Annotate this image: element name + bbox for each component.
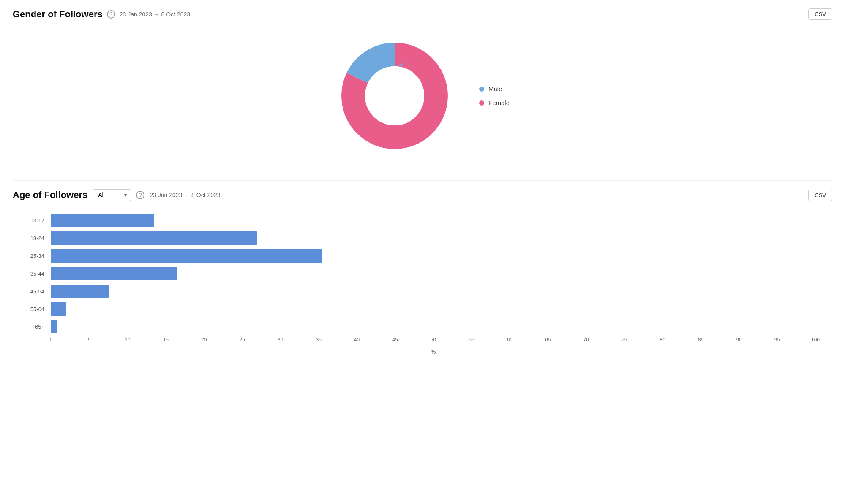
bar-row: 18-24 xyxy=(21,231,815,245)
x-tick: 100 xyxy=(811,337,820,343)
gender-csv-button[interactable]: CSV xyxy=(808,8,832,20)
bar-chart: 13-1718-2425-3435-4445-5455-6465+ xyxy=(21,214,815,333)
x-tick: 0 xyxy=(50,337,53,343)
bar-label: 45-54 xyxy=(21,288,44,295)
bar-track xyxy=(51,249,815,263)
x-tick: 75 xyxy=(621,337,627,343)
x-tick: 70 xyxy=(583,337,589,343)
donut-chart xyxy=(335,37,454,155)
bar-fill xyxy=(51,320,57,333)
bar-track xyxy=(51,214,815,227)
bar-label: 13-17 xyxy=(21,217,44,224)
bar-fill xyxy=(51,214,154,227)
bar-label: 35-44 xyxy=(21,271,44,277)
legend-dot-male xyxy=(479,87,484,92)
bar-label: 25-34 xyxy=(21,253,44,259)
bar-track xyxy=(51,320,815,333)
x-tick: 95 xyxy=(774,337,780,343)
gender-legend: Male Female xyxy=(479,85,510,106)
bar-fill xyxy=(51,302,66,316)
x-tick: 85 xyxy=(698,337,703,343)
bar-track xyxy=(51,285,815,298)
bar-label: 55-64 xyxy=(21,306,44,312)
bar-row: 45-54 xyxy=(21,285,815,298)
bar-chart-container: 13-1718-2425-3435-4445-5455-6465+ 051015… xyxy=(13,214,832,355)
x-tick: 45 xyxy=(392,337,398,343)
age-date-range: 23 Jan 2023 → 8 Oct 2023 xyxy=(150,192,220,198)
age-help-icon[interactable]: ? xyxy=(136,191,144,199)
bar-fill xyxy=(51,231,257,245)
gender-help-icon[interactable]: ? xyxy=(107,10,115,19)
x-tick: 65 xyxy=(545,337,551,343)
x-tick: 60 xyxy=(507,337,512,343)
age-title-row: Age of Followers All Male Female ? 23 Ja… xyxy=(13,189,221,201)
x-tick: 40 xyxy=(354,337,360,343)
x-tick: 5 xyxy=(88,337,91,343)
x-axis-title: % xyxy=(21,349,815,355)
legend-item-female: Female xyxy=(479,99,510,106)
bar-fill xyxy=(51,285,109,298)
bar-row: 55-64 xyxy=(21,302,815,316)
x-axis-labels: 0510152025303540455055606570758085909510… xyxy=(51,337,815,347)
x-tick: 30 xyxy=(278,337,283,343)
bar-track xyxy=(51,231,815,245)
legend-label-female: Female xyxy=(488,99,510,106)
x-tick: 55 xyxy=(469,337,474,343)
legend-label-male: Male xyxy=(488,85,502,92)
x-axis: 0510152025303540455055606570758085909510… xyxy=(21,337,815,347)
bar-track xyxy=(51,302,815,316)
x-tick: 20 xyxy=(201,337,207,343)
bar-track xyxy=(51,267,815,280)
x-tick: 10 xyxy=(125,337,130,343)
age-dropdown-wrapper[interactable]: All Male Female xyxy=(93,189,131,201)
age-dropdown[interactable]: All Male Female xyxy=(93,189,131,201)
x-tick: 35 xyxy=(316,337,321,343)
x-tick: 15 xyxy=(163,337,169,343)
age-header: Age of Followers All Male Female ? 23 Ja… xyxy=(13,189,832,201)
bar-label: 65+ xyxy=(21,324,44,330)
x-tick: 90 xyxy=(736,337,741,343)
bar-fill xyxy=(51,249,322,263)
bar-row: 25-34 xyxy=(21,249,815,263)
legend-item-male: Male xyxy=(479,85,510,92)
gender-title: Gender of Followers xyxy=(13,9,103,20)
donut-center xyxy=(365,66,424,125)
x-tick: 50 xyxy=(431,337,436,343)
age-title: Age of Followers xyxy=(13,190,87,201)
age-csv-button[interactable]: CSV xyxy=(808,190,832,201)
bar-fill xyxy=(51,267,177,280)
bar-row: 65+ xyxy=(21,320,815,333)
gender-chart-area: Male Female xyxy=(13,24,832,172)
gender-date-range: 23 Jan 2023 → 8 Oct 2023 xyxy=(120,11,190,18)
bar-label: 18-24 xyxy=(21,235,44,241)
x-tick: 80 xyxy=(660,337,665,343)
age-section: Age of Followers All Male Female ? 23 Ja… xyxy=(13,180,832,355)
legend-dot-female xyxy=(479,100,484,106)
bar-row: 35-44 xyxy=(21,267,815,280)
bar-row: 13-17 xyxy=(21,214,815,227)
x-tick: 25 xyxy=(240,337,245,343)
